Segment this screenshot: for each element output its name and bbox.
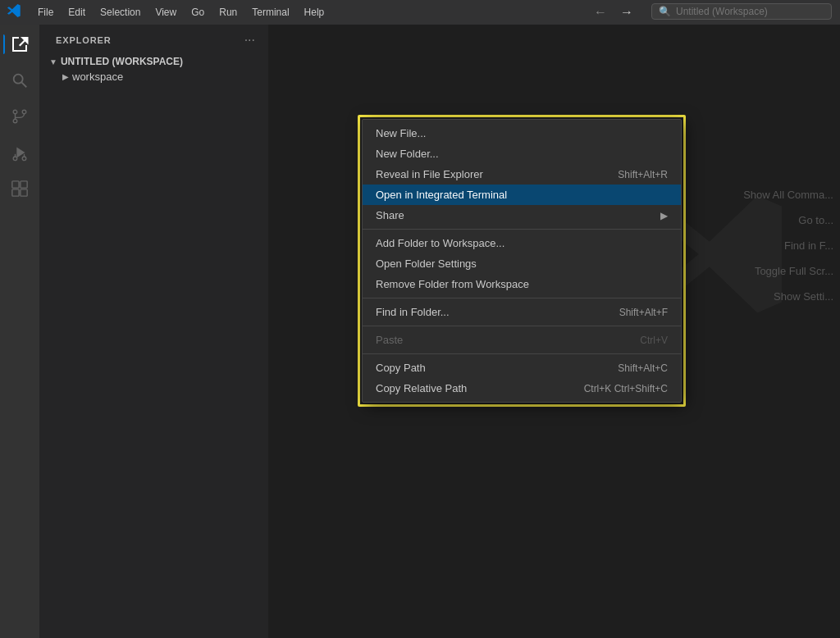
hint-show-settings[interactable]: Show Setti... xyxy=(774,290,833,303)
main-layout: EXPLORER ··· ▼ UNTITLED (WORKSPACE) ▶ wo… xyxy=(0,25,840,638)
menu-item-copy-relative-path-shortcut: Ctrl+K Ctrl+Shift+C xyxy=(584,383,668,394)
svg-rect-8 xyxy=(21,181,27,188)
menu-item-paste-label: Paste xyxy=(376,334,403,346)
command-hints: Show All Comma... Go to... Find in F... … xyxy=(743,189,840,303)
menu-item-new-file[interactable]: New File... xyxy=(363,123,681,144)
menu-item-copy-path-label: Copy Path xyxy=(376,362,426,374)
menu-item-find-folder-shortcut: Shift+Alt+F xyxy=(619,307,668,318)
sidebar: EXPLORER ··· ▼ UNTITLED (WORKSPACE) ▶ wo… xyxy=(39,25,269,638)
workspace-title-text: UNTITLED (WORKSPACE) xyxy=(61,56,183,67)
menu-separator-4 xyxy=(363,353,681,354)
menu-separator-1 xyxy=(363,229,681,230)
menu-go[interactable]: Go xyxy=(185,3,211,21)
menu-item-folder-settings-label: Open Folder Settings xyxy=(376,257,477,270)
nav-arrows: ← → xyxy=(591,3,637,21)
menu-edit[interactable]: Edit xyxy=(62,3,92,21)
menu-selection[interactable]: Selection xyxy=(94,3,147,21)
svg-point-2 xyxy=(13,110,17,114)
search-box[interactable]: 🔍 xyxy=(651,3,832,20)
svg-rect-9 xyxy=(12,189,19,196)
menu-item-paste: Paste Ctrl+V xyxy=(363,330,681,350)
context-menu-highlight: New File... New Folder... Reveal in File… xyxy=(358,115,686,407)
menu-item-folder-settings[interactable]: Open Folder Settings xyxy=(363,253,681,274)
workspace-section: ▼ UNTITLED (WORKSPACE) ▶ workspace xyxy=(39,52,268,86)
menu-item-copy-path[interactable]: Copy Path Shift+Alt+C xyxy=(363,358,681,378)
menu-item-find-folder-label: Find in Folder... xyxy=(376,306,450,318)
menu-item-find-folder[interactable]: Find in Folder... Shift+Alt+F xyxy=(363,302,681,322)
svg-rect-10 xyxy=(21,189,27,196)
source-control-activity-icon[interactable] xyxy=(3,100,36,133)
menu-run[interactable]: Run xyxy=(212,3,244,21)
menu-item-reveal-explorer-label: Reveal in File Explorer xyxy=(376,168,483,180)
nav-back-arrow[interactable]: ← xyxy=(591,3,610,21)
menu-item-add-folder-label: Add Folder to Workspace... xyxy=(376,237,504,249)
menu-item-remove-folder-label: Remove Folder from Workspace xyxy=(376,278,529,290)
menu-item-new-folder[interactable]: New Folder... xyxy=(363,144,681,164)
workspace-chevron-icon: ▼ xyxy=(49,57,57,66)
explorer-activity-icon[interactable] xyxy=(3,28,36,61)
menu-item-new-folder-label: New Folder... xyxy=(376,148,439,160)
menu-view[interactable]: View xyxy=(148,3,183,21)
vscode-logo xyxy=(7,3,21,21)
menu-item-copy-relative-path-label: Copy Relative Path xyxy=(376,382,467,394)
menu-separator-2 xyxy=(363,298,681,298)
svg-point-6 xyxy=(22,157,26,161)
editor-area: Show All Comma... Go to... Find in F... … xyxy=(269,25,840,638)
svg-point-5 xyxy=(13,157,17,161)
workspace-title[interactable]: ▼ UNTITLED (WORKSPACE) xyxy=(39,54,268,69)
menu-help[interactable]: Help xyxy=(298,3,331,21)
sidebar-more-button[interactable]: ··· xyxy=(241,31,258,49)
folder-item[interactable]: ▶ workspace xyxy=(39,69,268,84)
svg-line-1 xyxy=(21,82,26,87)
menu-item-remove-folder[interactable]: Remove Folder from Workspace xyxy=(363,274,681,294)
menu-item-copy-relative-path[interactable]: Copy Relative Path Ctrl+K Ctrl+Shift+C xyxy=(363,378,681,399)
menu-bar: File Edit Selection View Go Run Terminal… xyxy=(31,3,331,21)
sidebar-title: EXPLORER xyxy=(56,35,112,45)
hint-toggle-fullscreen[interactable]: Toggle Full Scr... xyxy=(755,265,833,277)
menu-item-paste-shortcut: Ctrl+V xyxy=(640,335,668,346)
hint-show-all-commands[interactable]: Show All Comma... xyxy=(743,189,833,201)
svg-rect-7 xyxy=(12,181,19,188)
menu-item-copy-path-shortcut: Shift+Alt+C xyxy=(618,362,668,374)
folder-chevron-icon: ▶ xyxy=(62,72,69,81)
search-icon: 🔍 xyxy=(659,6,671,17)
titlebar: File Edit Selection View Go Run Terminal… xyxy=(0,0,840,25)
folder-name: workspace xyxy=(72,71,123,83)
menu-item-reveal-explorer-shortcut: Shift+Alt+R xyxy=(618,169,668,180)
menu-terminal[interactable]: Terminal xyxy=(245,3,295,21)
menu-item-share-label: Share xyxy=(376,209,404,221)
context-menu: New File... New Folder... Reveal in File… xyxy=(362,119,682,403)
menu-item-add-folder[interactable]: Add Folder to Workspace... xyxy=(363,233,681,253)
svg-point-4 xyxy=(13,119,17,123)
hint-find-in-file[interactable]: Find in F... xyxy=(784,239,833,252)
menu-item-new-file-label: New File... xyxy=(376,127,426,139)
search-activity-icon[interactable] xyxy=(3,64,36,97)
menu-item-open-terminal-label: Open in Integrated Terminal xyxy=(376,189,507,201)
menu-item-share[interactable]: Share ▶ xyxy=(363,205,681,226)
svg-point-0 xyxy=(14,75,23,84)
activity-bar xyxy=(0,25,39,638)
sidebar-header: EXPLORER ··· xyxy=(39,25,268,52)
run-debug-activity-icon[interactable] xyxy=(3,136,36,169)
menu-separator-3 xyxy=(363,326,681,326)
search-input[interactable] xyxy=(676,6,824,17)
svg-point-3 xyxy=(22,110,26,114)
context-menu-overlay: New File... New Folder... Reveal in File… xyxy=(358,115,686,407)
hint-go-to[interactable]: Go to... xyxy=(798,214,833,226)
menu-file[interactable]: File xyxy=(31,3,60,21)
menu-item-open-terminal[interactable]: Open in Integrated Terminal xyxy=(363,185,681,205)
menu-item-reveal-explorer[interactable]: Reveal in File Explorer Shift+Alt+R xyxy=(363,164,681,185)
extensions-activity-icon[interactable] xyxy=(3,172,36,205)
nav-forward-arrow[interactable]: → xyxy=(617,3,637,21)
submenu-arrow-icon: ▶ xyxy=(660,210,668,221)
